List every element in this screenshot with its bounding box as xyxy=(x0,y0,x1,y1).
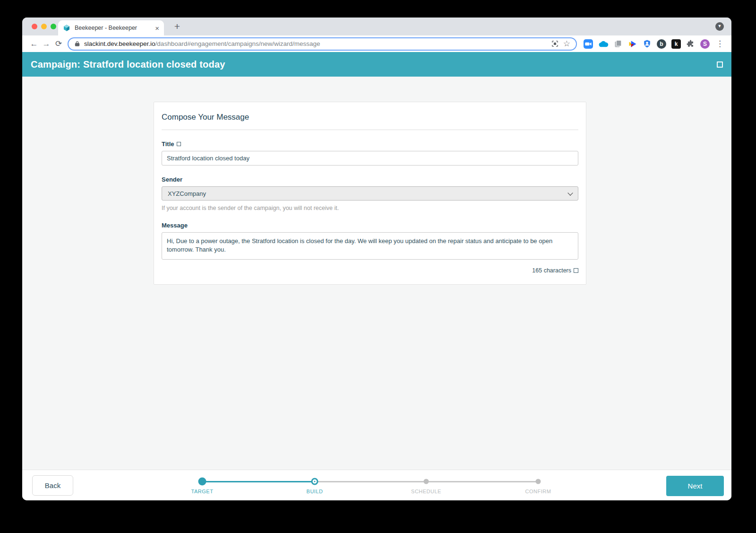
message-textarea[interactable]: Hi, Due to a power outage, the Stratford… xyxy=(162,232,578,260)
traffic-lights xyxy=(32,24,56,29)
sender-selected-value: XYZCompany xyxy=(168,190,206,197)
tab-strip: Beekeeper - Beekeeper × + ▼ xyxy=(22,17,731,35)
url-domain: slackint.dev.beekeeper.io xyxy=(84,40,155,47)
qr-scan-icon[interactable] xyxy=(551,40,558,47)
step-label-build: BUILD xyxy=(307,489,323,494)
campaign-header: Campaign: Stratford location closed toda… xyxy=(22,52,731,77)
step-label-target: TARGET xyxy=(191,489,214,494)
reload-icon[interactable]: ⟳ xyxy=(52,39,65,49)
profile-avatar[interactable]: S xyxy=(700,39,710,49)
sender-label: Sender xyxy=(162,176,182,183)
title-label: Title xyxy=(162,140,174,148)
salesforce-extension-icon[interactable] xyxy=(598,40,609,48)
tab-title: Beekeeper - Beekeeper xyxy=(75,25,155,31)
step-dot-build[interactable] xyxy=(313,480,317,484)
b-extension-icon[interactable]: b xyxy=(657,39,666,49)
forward-nav-icon[interactable]: → xyxy=(40,39,52,49)
message-label-row: Message xyxy=(162,222,578,229)
k-extension-icon[interactable]: k xyxy=(671,39,681,49)
extensions-puzzle-icon[interactable] xyxy=(686,39,695,48)
zoom-window-button[interactable] xyxy=(51,24,56,29)
card-heading: Compose Your Message xyxy=(162,113,578,130)
compose-message-card: Compose Your Message Title Sender XYZCom… xyxy=(154,102,586,285)
new-tab-button[interactable]: + xyxy=(171,20,184,33)
url-text: slackint.dev.beekeeper.io/dashboard#enga… xyxy=(84,40,320,47)
close-window-button[interactable] xyxy=(32,24,37,29)
expand-square-icon[interactable] xyxy=(717,61,723,68)
character-count-row: 165 characters xyxy=(162,267,578,274)
url-path: /dashboard#engagement/campaigns/new/wiza… xyxy=(155,40,320,47)
page-title: Campaign: Stratford location closed toda… xyxy=(31,59,225,70)
step-label-schedule: SCHEDULE xyxy=(411,489,441,494)
lock-icon xyxy=(74,41,80,47)
sender-label-row: Sender xyxy=(162,176,578,183)
copies-extension-icon[interactable] xyxy=(614,39,623,48)
title-info-square-icon xyxy=(177,142,181,146)
tab-search-chevron-icon[interactable]: ▼ xyxy=(715,22,724,31)
browser-menu-icon[interactable]: ⋮ xyxy=(715,39,725,49)
step-label-confirm: CONFIRM xyxy=(525,489,551,494)
step-dot-target[interactable] xyxy=(198,478,206,486)
next-button[interactable]: Next xyxy=(666,476,724,496)
extensions-row: b k S ⋮ xyxy=(581,39,728,49)
title-input[interactable] xyxy=(162,151,578,166)
title-label-row: Title xyxy=(162,140,578,148)
shield-person-extension-icon[interactable] xyxy=(643,39,652,48)
back-button[interactable]: Back xyxy=(32,475,73,496)
minimize-window-button[interactable] xyxy=(41,24,47,29)
sender-help-text: If your account is the sender of the cam… xyxy=(162,205,578,211)
step-dot-confirm[interactable] xyxy=(536,479,541,484)
message-label: Message xyxy=(162,222,188,229)
browser-window: Beekeeper - Beekeeper × + ▼ ← → ⟳ slacki… xyxy=(22,17,731,500)
zoom-extension-icon[interactable] xyxy=(584,39,593,49)
tab-close-icon[interactable]: × xyxy=(155,25,159,32)
char-count-square-icon xyxy=(574,268,578,273)
browser-tab[interactable]: Beekeeper - Beekeeper × xyxy=(58,20,164,35)
back-nav-icon[interactable]: ← xyxy=(28,39,40,49)
content-area: Compose Your Message Title Sender XYZCom… xyxy=(22,77,731,470)
bookmark-star-icon[interactable]: ☆ xyxy=(563,40,570,48)
character-count: 165 characters xyxy=(532,267,571,274)
step-dot-schedule[interactable] xyxy=(424,479,429,484)
stepper-track-completed xyxy=(202,481,315,482)
browser-toolbar: ← → ⟳ slackint.dev.beekeeper.io/dashboar… xyxy=(22,35,731,52)
sender-select[interactable]: XYZCompany xyxy=(162,186,578,201)
address-bar[interactable]: slackint.dev.beekeeper.io/dashboard#enga… xyxy=(68,37,577,51)
beekeeper-favicon-icon xyxy=(63,24,70,32)
chevron-down-icon xyxy=(567,190,573,195)
arrow-extension-icon[interactable] xyxy=(628,39,637,49)
wizard-footer: Back TARGET BUILD SCHEDULE CONFIRM Next xyxy=(22,470,731,500)
